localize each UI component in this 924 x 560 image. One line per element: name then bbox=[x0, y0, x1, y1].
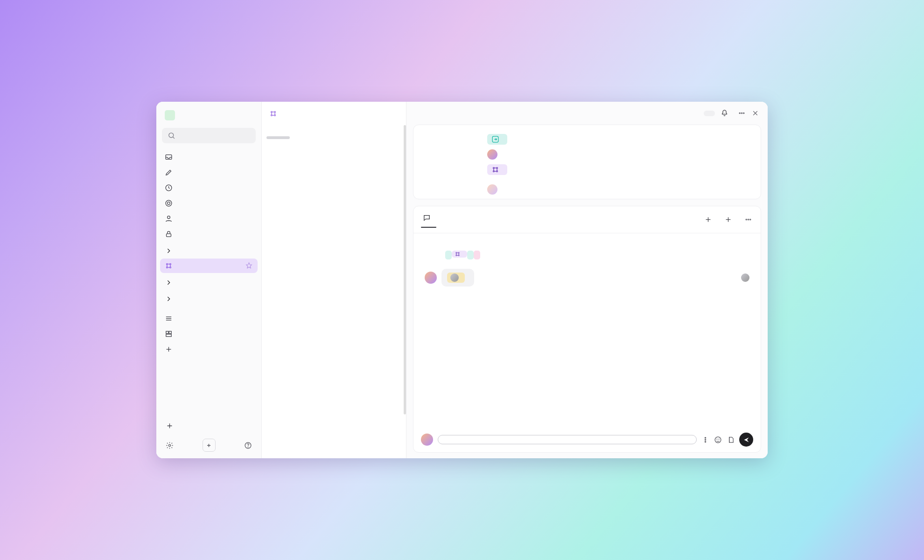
svg-rect-15 bbox=[166, 331, 168, 334]
svg-point-54 bbox=[705, 441, 706, 442]
chat-message[interactable] bbox=[441, 269, 474, 287]
nav-drafts[interactable] bbox=[160, 165, 258, 180]
svg-point-9 bbox=[170, 264, 171, 265]
meta-assignees-value[interactable] bbox=[487, 149, 497, 160]
svg-point-57 bbox=[719, 439, 719, 439]
plus-icon bbox=[704, 216, 712, 224]
gear-icon[interactable] bbox=[166, 441, 174, 449]
list-icon bbox=[269, 110, 277, 118]
more-vertical-icon[interactable] bbox=[701, 436, 709, 444]
svg-point-28 bbox=[274, 112, 276, 113]
svg-rect-16 bbox=[169, 331, 171, 334]
svg-rect-17 bbox=[166, 334, 171, 336]
inbox-icon bbox=[165, 153, 173, 161]
message-composer bbox=[413, 427, 761, 452]
list-icon bbox=[455, 251, 461, 257]
horizontal-scrollbar[interactable] bbox=[266, 136, 290, 139]
detail-panel bbox=[406, 102, 768, 458]
svg-point-26 bbox=[248, 447, 248, 447]
more-icon[interactable] bbox=[738, 109, 746, 117]
activity-feed bbox=[413, 233, 761, 427]
svg-point-40 bbox=[497, 171, 498, 172]
share-button[interactable] bbox=[704, 111, 715, 116]
chevron-right-icon bbox=[165, 295, 173, 303]
breadcrumb[interactable] bbox=[262, 102, 406, 123]
stage-tag bbox=[445, 251, 452, 259]
svg-point-47 bbox=[750, 219, 751, 220]
plus-square-icon bbox=[205, 441, 213, 449]
reaction-avatar[interactable] bbox=[741, 273, 749, 282]
svg-point-11 bbox=[170, 267, 171, 268]
pencil-icon bbox=[165, 168, 173, 176]
department-tag bbox=[474, 251, 480, 259]
search-field[interactable] bbox=[180, 132, 269, 140]
activity-event bbox=[445, 249, 749, 260]
templates-icon bbox=[165, 330, 173, 338]
svg-point-32 bbox=[741, 112, 742, 113]
nav-browse-all[interactable] bbox=[160, 311, 258, 326]
svg-point-0 bbox=[169, 133, 174, 138]
plus-icon bbox=[165, 345, 173, 353]
subscribe-toggle[interactable] bbox=[721, 109, 732, 117]
svg-point-51 bbox=[458, 255, 459, 256]
nav-inbox[interactable] bbox=[160, 150, 258, 164]
nav-private-tasks[interactable] bbox=[160, 227, 258, 241]
send-button[interactable] bbox=[739, 433, 753, 447]
new-task-button[interactable] bbox=[203, 439, 216, 452]
nav-created-by-me[interactable] bbox=[160, 211, 258, 226]
svg-point-6 bbox=[168, 216, 170, 219]
section-favorites[interactable] bbox=[160, 242, 258, 258]
attachment-icon[interactable] bbox=[727, 436, 735, 444]
avatar bbox=[425, 272, 437, 284]
add-subtask[interactable] bbox=[724, 216, 736, 224]
scrollbar[interactable] bbox=[404, 125, 406, 414]
nav-assigned-to-me[interactable] bbox=[160, 196, 258, 210]
svg-point-22 bbox=[168, 444, 170, 446]
svg-point-33 bbox=[743, 112, 744, 113]
app-window bbox=[156, 102, 768, 458]
plus-icon bbox=[166, 422, 174, 430]
search-input[interactable] bbox=[162, 128, 256, 143]
mention-chip[interactable] bbox=[447, 273, 465, 283]
plus-icon bbox=[724, 216, 732, 224]
list-column bbox=[262, 102, 406, 458]
task-meta bbox=[413, 125, 761, 199]
nav-new-list[interactable] bbox=[160, 342, 258, 357]
avatar bbox=[487, 184, 497, 195]
invite-people[interactable] bbox=[163, 419, 255, 433]
list-icon bbox=[165, 262, 173, 270]
list-tag bbox=[452, 251, 467, 258]
emoji-icon[interactable] bbox=[714, 436, 722, 444]
list-lines-icon bbox=[165, 315, 173, 322]
svg-point-5 bbox=[168, 202, 170, 205]
svg-point-29 bbox=[271, 115, 273, 116]
add-description[interactable] bbox=[704, 216, 716, 224]
section-suggested[interactable] bbox=[160, 290, 258, 306]
meta-lists-value[interactable] bbox=[487, 164, 507, 175]
nav-templates[interactable] bbox=[160, 327, 258, 341]
help-icon[interactable] bbox=[244, 441, 252, 449]
star-icon[interactable] bbox=[245, 262, 253, 270]
target-icon bbox=[165, 199, 173, 207]
chevron-right-icon bbox=[165, 279, 173, 287]
favorite-list-item[interactable] bbox=[160, 259, 258, 273]
section-recently-opened[interactable] bbox=[160, 274, 258, 289]
tab-chat[interactable] bbox=[422, 212, 435, 227]
svg-point-48 bbox=[456, 252, 457, 253]
meta-status-value[interactable] bbox=[487, 134, 507, 145]
avatar bbox=[421, 434, 433, 446]
tabs-more-icon[interactable] bbox=[744, 216, 752, 224]
avatar bbox=[450, 273, 459, 282]
recruiting-tag bbox=[467, 251, 474, 259]
bell-icon bbox=[721, 109, 728, 117]
message-input[interactable] bbox=[438, 435, 697, 444]
svg-point-10 bbox=[167, 267, 168, 268]
svg-line-1 bbox=[173, 137, 175, 139]
nav-snoozed[interactable] bbox=[160, 181, 258, 195]
svg-point-56 bbox=[717, 439, 717, 439]
svg-point-38 bbox=[497, 168, 498, 169]
close-icon[interactable] bbox=[751, 109, 759, 117]
workspace-switcher[interactable] bbox=[156, 102, 261, 126]
avatar bbox=[487, 149, 497, 160]
svg-point-8 bbox=[167, 264, 168, 265]
